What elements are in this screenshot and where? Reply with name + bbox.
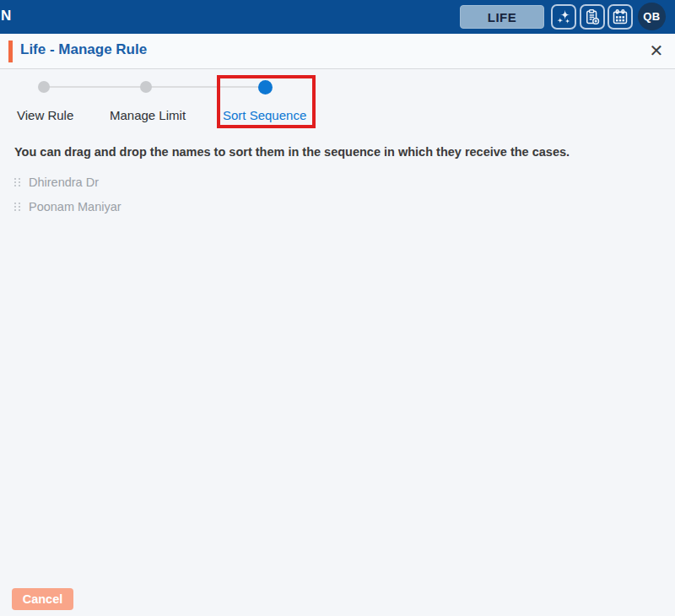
sparkles-icon[interactable] [551,4,576,30]
title-accent-bar [8,41,13,62]
topbar-partial-text: N [1,8,11,24]
stepper-track [44,86,265,88]
page-title: Life - Manage Rule [20,41,147,58]
drag-handle-icon[interactable] [14,178,20,187]
sortable-item[interactable]: Poonam Maniyar [14,199,122,214]
cancel-button[interactable]: Cancel [12,588,73,610]
clipboard-add-icon[interactable] [580,4,605,30]
sortable-item-label: Dhirendra Dr [29,176,99,189]
life-button[interactable]: LIFE [460,5,544,29]
user-avatar[interactable]: QB [638,3,666,30]
sortable-item-label: Poonam Maniyar [29,200,122,213]
step-manage-limit[interactable]: Manage Limit [110,108,186,122]
calendar-icon[interactable] [608,4,633,30]
step-dot-view-rule [38,81,50,93]
step-dot-sort-sequence [258,80,273,95]
app-window: N LIFE [0,0,675,616]
instruction-text: You can drag and drop the names to sort … [14,145,661,159]
close-icon[interactable]: ✕ [645,39,668,62]
panel-header: Life - Manage Rule ✕ [0,34,675,69]
drag-handle-icon[interactable] [14,203,20,212]
top-navbar: N LIFE [0,0,675,34]
step-sort-sequence[interactable]: Sort Sequence [223,108,306,122]
step-view-rule[interactable]: View Rule [17,108,73,122]
step-dot-manage-limit [140,81,152,93]
sortable-item[interactable]: Dhirendra Dr [14,175,99,190]
